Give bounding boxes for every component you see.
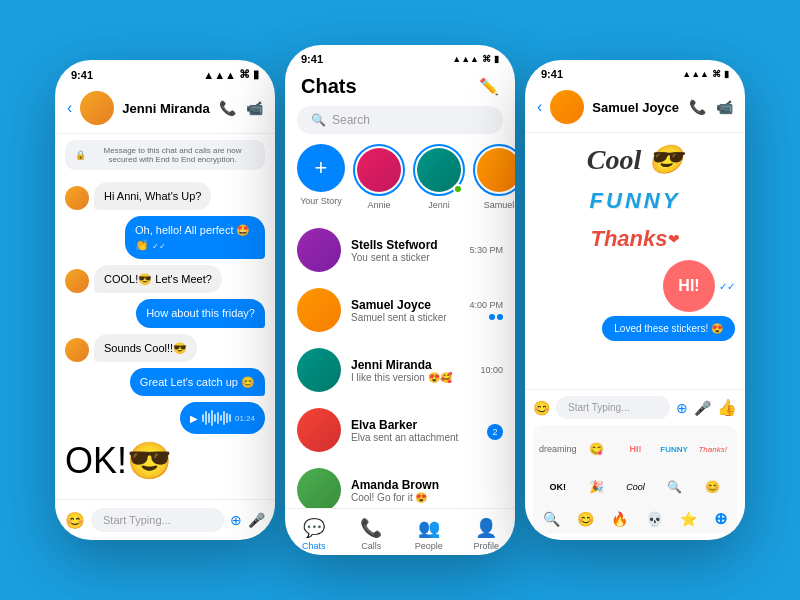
sticker-cell-cool[interactable]: Cool — [617, 469, 654, 505]
sticker-nav-fire[interactable]: 🔥 — [611, 511, 628, 527]
video-button[interactable]: 📹 — [246, 100, 263, 116]
hi-sticker: HI! — [663, 260, 715, 312]
sticker-nav-icon[interactable]: 🔍 — [543, 511, 560, 527]
sticker-cell-search[interactable]: 🔍 — [656, 469, 693, 505]
chat-avatar — [297, 468, 341, 508]
nav-calls[interactable]: 📞 Calls — [343, 517, 401, 551]
sticker-cell-hi[interactable]: HI! — [617, 431, 654, 467]
back-button[interactable]: ‹ — [537, 98, 542, 116]
wave-bar — [202, 414, 204, 422]
sticker-nav-emoji[interactable]: 😊 — [577, 511, 594, 527]
message-row: How about this friday? — [65, 299, 265, 327]
funny-sticker-text: FUNNY — [590, 188, 681, 214]
chat-info: Stells Stefword You sent a sticker — [351, 238, 459, 263]
received-message: Hi Anni, What's Up? — [94, 182, 211, 210]
chat-name: Jenni Miranda — [351, 358, 470, 372]
unread-indicator — [489, 314, 503, 320]
sticker-nav-skull[interactable]: 💀 — [646, 511, 663, 527]
signal-icon: ▲▲▲ — [452, 54, 479, 64]
story-item-samuel[interactable]: Samuel — [473, 144, 515, 210]
compose-button[interactable]: ✏️ — [479, 77, 499, 96]
wifi-icon: ⌘ — [482, 54, 491, 64]
encryption-text: Message to this chat and calls are now s… — [90, 146, 255, 164]
wave-bar — [229, 414, 231, 422]
chat-item-jenni[interactable]: Jenni Miranda I like this version 😍🥰 10:… — [285, 340, 515, 400]
nav-profile[interactable]: 👤 Profile — [458, 517, 516, 551]
story-avatar — [477, 148, 515, 192]
sticker-input[interactable]: Start Typing... — [556, 396, 670, 419]
message-row: COOL!😎 Let's Meet? — [65, 265, 265, 293]
nav-chats[interactable]: 💬 Chats — [285, 517, 343, 551]
emoji-button[interactable]: 😊 — [533, 400, 550, 416]
add-story-button[interactable]: + — [297, 144, 345, 192]
contact-avatar — [80, 91, 114, 125]
chat-list: Stells Stefword You sent a sticker 5:30 … — [285, 220, 515, 508]
chat-info: Amanda Brown Cool! Go for it 😍 — [351, 478, 493, 503]
chat-item-samuel[interactable]: Samuel Joyce Samuel sent a sticker 4:00 … — [285, 280, 515, 340]
sticker-nav-star[interactable]: ⭐ — [680, 511, 697, 527]
your-story-label: Your Story — [300, 196, 342, 206]
sticker-cell-emoji2[interactable]: 🎉 — [579, 469, 616, 505]
messages-area: Hi Anni, What's Up? Oh, hello! All perfe… — [55, 176, 275, 499]
sticker-cell-emoji3[interactable]: 😊 — [694, 469, 731, 505]
sticker-nav-row: 🔍 😊 🔥 💀 ⭐ ⊕ — [539, 509, 731, 528]
sticker-cell-emoji1[interactable]: 😋 — [579, 431, 616, 467]
search-bar[interactable]: 🔍 Search — [297, 106, 503, 134]
profile-nav-label: Profile — [473, 541, 499, 551]
call-button[interactable]: 📞 — [219, 100, 236, 116]
status-time-left: 9:41 — [71, 69, 93, 81]
story-avatar — [357, 148, 401, 192]
input-placeholder: Start Typing... — [568, 402, 630, 413]
heart-icon: ❤ — [668, 231, 680, 247]
sticker-cell-thanks[interactable]: Thanks! — [694, 431, 731, 467]
status-bar-right: 9:41 ▲▲▲ ⌘ ▮ — [525, 60, 745, 84]
msg-avatar — [65, 186, 89, 210]
story-ring — [473, 144, 515, 196]
lock-icon: 🔒 — [75, 150, 86, 160]
chat-info: Elva Barker Elva sent an attachment — [351, 418, 477, 443]
message-row: Oh, hello! All perfect 🤩👏 ✓✓ — [65, 216, 265, 259]
search-icon: 🔍 — [311, 113, 326, 127]
chat-info: Jenni Miranda I like this version 😍🥰 — [351, 358, 470, 383]
cool-sticker: Cool 😎 — [535, 143, 735, 176]
sticker-cell-dreaming[interactable]: dreaming — [539, 431, 577, 467]
back-button[interactable]: ‹ — [67, 99, 72, 117]
thumbs-up-button[interactable]: 👍 — [717, 398, 737, 417]
chat-header: ‹ Jenni Miranda 📞 📹 — [55, 85, 275, 134]
story-item-annie[interactable]: Annie — [353, 144, 405, 210]
sticker-cell-ok[interactable]: OK! — [539, 469, 577, 505]
wifi-icon: ⌘ — [712, 69, 721, 79]
chat-name: Stells Stefword — [351, 238, 459, 252]
wifi-icon: ⌘ — [239, 68, 250, 81]
message-row: Sounds Cool!!😎 — [65, 334, 265, 362]
story-item-jenni[interactable]: Jenni — [413, 144, 465, 210]
play-icon[interactable]: ▶ — [190, 413, 198, 424]
sticker-cell-funny[interactable]: FUNNY — [656, 431, 693, 467]
attach-button[interactable]: ⊕ — [676, 400, 688, 416]
sticker-add-button[interactable]: ⊕ — [714, 509, 727, 528]
call-button[interactable]: 📞 — [689, 99, 706, 115]
video-button[interactable]: 📹 — [716, 99, 733, 115]
emoji-button[interactable]: 😊 — [65, 511, 85, 530]
left-phone: 9:41 ▲▲▲ ⌘ ▮ ‹ Jenni Miranda 📞 📹 🔒 — [55, 60, 275, 540]
sticker-row: OK!😎 — [65, 440, 265, 482]
sticker-grid: dreaming 😋 HI! FUNNY Thanks! OK! 🎉 Cool … — [539, 431, 731, 505]
attach-button[interactable]: ⊕ — [230, 512, 242, 528]
mic-button[interactable]: 🎤 — [248, 512, 265, 528]
chat-meta: 2 — [487, 420, 503, 440]
mic-button[interactable]: 🎤 — [694, 400, 711, 416]
chat-input[interactable]: Start Typing... — [91, 508, 224, 532]
chat-meta: 10:00 — [480, 365, 503, 375]
battery-icon: ▮ — [494, 54, 499, 64]
chat-item-amanda[interactable]: Amanda Brown Cool! Go for it 😍 — [285, 460, 515, 508]
thanks-sticker: Thanks ❤ — [535, 226, 735, 252]
chat-item-elva[interactable]: Elva Barker Elva sent an attachment 2 — [285, 400, 515, 460]
story-label: Jenni — [428, 200, 450, 210]
nav-people[interactable]: 👥 People — [400, 517, 458, 551]
chat-meta: 5:30 PM — [469, 245, 503, 255]
chat-item-stells[interactable]: Stells Stefword You sent a sticker 5:30 … — [285, 220, 515, 280]
chat-info: Samuel Joyce Samuel sent a sticker — [351, 298, 459, 323]
hi-sticker-row: HI! ✓✓ — [535, 260, 735, 312]
audio-duration: 01:24 — [235, 414, 255, 423]
add-story-item[interactable]: + Your Story — [297, 144, 345, 206]
